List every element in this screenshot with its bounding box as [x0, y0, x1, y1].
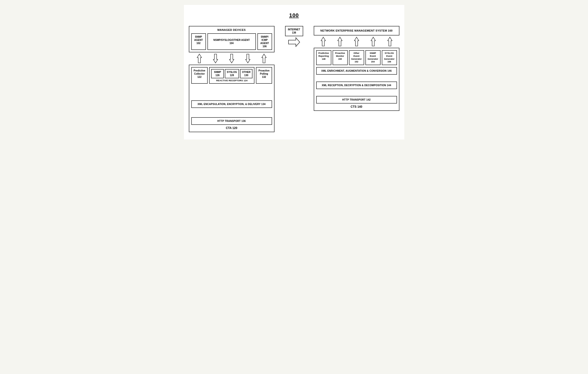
reactive-group: SNMP126 SYSLOG128 OTHER130 REACTIVE RECE…: [209, 67, 254, 84]
cts-generators-row: PredictiveReporting148 ProactiveMonitor1…: [316, 50, 397, 65]
svg-marker-1: [213, 54, 217, 63]
snmp-agent-box: SNMPAGENT102: [191, 33, 206, 50]
svg-marker-6: [321, 37, 325, 46]
arrow-down-2: [229, 54, 235, 63]
managed-devices-title: MANAGED DEVICES: [191, 28, 272, 31]
xml-enc-box: XML ENCAPSULATION, ENCRYPTION, & DELIVER…: [191, 100, 272, 108]
svg-marker-7: [337, 37, 342, 46]
arrow-down-3: [245, 54, 251, 63]
cts-arrow-up-4: [370, 37, 376, 47]
cta-main-box: PredictiveCollector122 SNMP126 SYSLOG128…: [189, 65, 275, 132]
cta-spacer-1: [191, 86, 272, 100]
svg-marker-5: [288, 38, 300, 47]
arrow-down-1: [213, 54, 218, 63]
cta-spacer-2: [191, 110, 272, 117]
left-arrows-row: [189, 52, 275, 65]
cts-arrow-up-1: [320, 37, 326, 47]
collectors-row: PredictiveCollector122 SNMP126 SYSLOG128…: [191, 67, 272, 84]
page-title: 100: [189, 12, 399, 19]
other-event-gen-box: Other EventGenerator152: [349, 50, 364, 65]
reactive-receptors-label: REACTIVE RECEPTORS 124: [211, 79, 252, 82]
internet-box: INTERNET138: [285, 26, 303, 36]
svg-marker-10: [387, 37, 392, 46]
cts-spacer-1: [316, 77, 397, 82]
svg-marker-2: [229, 54, 234, 63]
other-reactive-box: OTHER130: [240, 69, 253, 78]
svg-marker-3: [245, 54, 250, 63]
syslog-event-gen-box: SYSLOGEventGenerator156: [382, 50, 397, 65]
svg-marker-9: [371, 37, 375, 46]
internet-arrow-container: INTERNET138: [285, 26, 303, 47]
proactive-monitor-box: ProactiveMonitor150: [333, 50, 348, 65]
http-cta-box: HTTP TRANSPORT 136: [191, 117, 272, 125]
http-cts-box: HTTP TRANSPORT 142: [316, 96, 397, 104]
predictive-collector-box: PredictiveCollector122: [191, 67, 208, 84]
internet-section: INTERNET138: [284, 26, 304, 62]
internet-arrow-right: [288, 37, 300, 47]
snmp-event-gen-box: SNMP EventGenerator154: [365, 50, 381, 65]
page-container: 100 MANAGED DEVICES SNMPAGENT102 NSMP/SY…: [184, 5, 404, 140]
cts-arrows-row: [314, 35, 399, 48]
cts-arrow-up-3: [354, 37, 360, 47]
reactive-inner: SNMP126 SYSLOG128 OTHER130: [211, 69, 252, 78]
icmp-agent-box: SNMP/ICMPAGENT106: [257, 33, 272, 50]
managed-devices-box: MANAGED DEVICES SNMPAGENT102 NSMP/SYSLOG…: [189, 26, 275, 52]
cts-arrow-up-5: [387, 37, 393, 47]
predictive-reporting-box: PredictiveReporting148: [316, 50, 331, 65]
cts-arrow-up-2: [337, 37, 343, 47]
xml-enrich-box: XML ENRICHMENT, AUGMENTATION & CONVERSIO…: [316, 67, 397, 75]
diagram-row: MANAGED DEVICES SNMPAGENT102 NSMP/SYSLOG…: [189, 26, 399, 132]
arrow-up-1: [196, 54, 202, 63]
svg-marker-4: [262, 54, 266, 63]
nems-box: NETWORK ENTERPRISE MANAGEMENT SYSTEM 160: [314, 26, 399, 35]
proactive-polling-box: ProactivePolling132: [256, 67, 272, 84]
cta-column: MANAGED DEVICES SNMPAGENT102 NSMP/SYSLOG…: [189, 26, 275, 132]
managed-devices-inner: SNMPAGENT102 NSMP/SYSLOG/OTHER AGENT104 …: [191, 33, 272, 50]
cts-main-box: PredictiveReporting148 ProactiveMonitor1…: [314, 48, 399, 111]
cta-label: CTA 120: [191, 126, 272, 130]
arrow-up-2: [261, 54, 267, 63]
cts-column: NETWORK ENTERPRISE MANAGEMENT SYSTEM 160: [314, 26, 399, 111]
syslog-reactive-box: SYSLOG128: [225, 69, 239, 78]
cts-spacer-2: [316, 91, 397, 96]
svg-marker-8: [354, 37, 359, 46]
xml-recep-box: XML RECEPTION, DECRYPTION & DECOMPOSITIO…: [316, 82, 397, 89]
svg-marker-0: [197, 54, 201, 63]
snmp-reactive-box: SNMP126: [211, 69, 224, 78]
cts-label: CTS 140: [316, 105, 397, 108]
nsmp-agent-box: NSMP/SYSLOG/OTHER AGENT104: [207, 33, 256, 50]
